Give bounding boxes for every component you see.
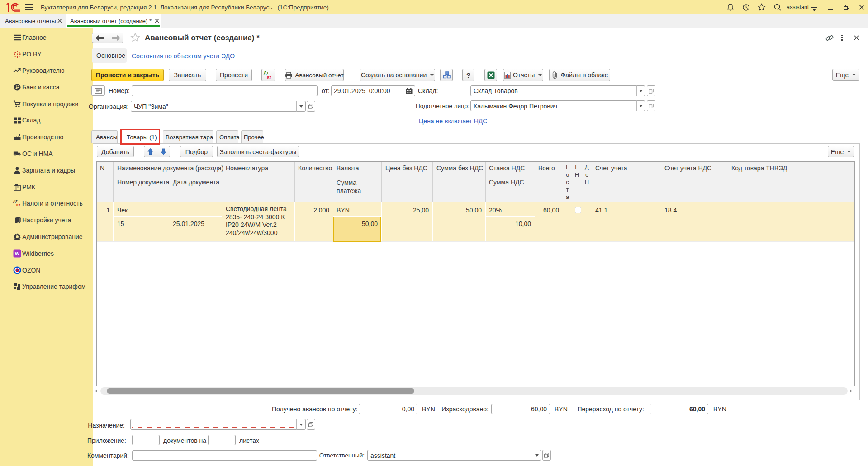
svg-text:W: W [15, 251, 20, 256]
